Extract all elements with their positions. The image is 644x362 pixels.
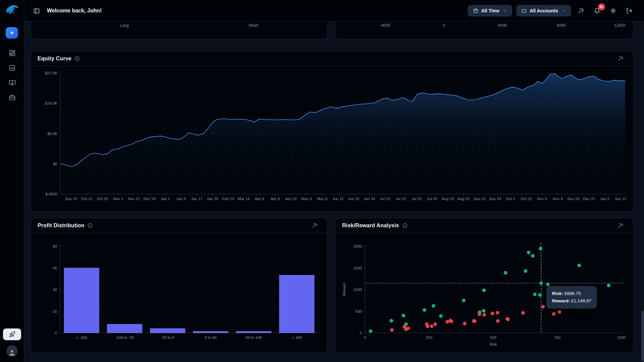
axis-label: -4000 bbox=[380, 23, 390, 28]
axis-label: 0 bbox=[443, 23, 445, 28]
time-filter-button[interactable]: All Time bbox=[468, 5, 512, 16]
svg-text:Sep 24: Sep 24 bbox=[489, 197, 501, 201]
svg-text:Oct 22: Oct 22 bbox=[521, 197, 532, 201]
ai-analyze-button[interactable] bbox=[614, 53, 627, 65]
svg-text:Aug 22: Aug 22 bbox=[458, 197, 470, 201]
info-icon[interactable] bbox=[402, 223, 408, 228]
svg-text:-100 to -50: -100 to -50 bbox=[115, 336, 134, 340]
svg-text:Feb 23: Feb 23 bbox=[222, 197, 234, 201]
quick-start-rocket-button[interactable] bbox=[3, 328, 21, 340]
welcome-message: Welcome back, John! bbox=[47, 8, 102, 14]
wand-sparkles-icon bbox=[312, 223, 318, 229]
topbar: Welcome back, John! All Time All Account… bbox=[24, 0, 644, 21]
svg-text:60: 60 bbox=[53, 244, 57, 248]
scrollbar[interactable] bbox=[641, 310, 644, 361]
axis-label: Short bbox=[249, 23, 258, 28]
risk-reward-card: Risk/Reward Analysis 0500100015002000025… bbox=[335, 218, 634, 353]
svg-text:Nov 9: Nov 9 bbox=[553, 197, 563, 201]
account-filter-button[interactable]: All Accounts bbox=[516, 5, 571, 16]
svg-text:0: 0 bbox=[360, 331, 362, 335]
user-icon bbox=[8, 349, 16, 357]
app-logo-bull[interactable] bbox=[4, 3, 20, 18]
svg-text:Jun 24: Jun 24 bbox=[364, 197, 375, 201]
svg-text:Jan 9: Jan 9 bbox=[176, 197, 186, 201]
svg-text:500: 500 bbox=[356, 309, 362, 313]
svg-text:Nov 20: Nov 20 bbox=[567, 197, 579, 201]
svg-text:Jan 2: Jan 2 bbox=[161, 197, 170, 201]
scatter-tooltip: Risk: £686.75 Reward: £1,149.97 bbox=[547, 286, 597, 308]
sidebar-toggle-button[interactable] bbox=[32, 6, 42, 16]
svg-text:0: 0 bbox=[55, 331, 57, 335]
svg-text:Dec 21: Dec 21 bbox=[583, 197, 595, 201]
notification-badge: 9+ bbox=[598, 3, 605, 10]
svg-text:Jun 11: Jun 11 bbox=[332, 197, 344, 201]
profit-distribution-header: Profit Distribution bbox=[31, 218, 327, 233]
svg-text:Jul 15: Jul 15 bbox=[395, 197, 406, 201]
svg-text:Oct 25: Oct 25 bbox=[97, 197, 108, 201]
svg-text:Reward: Reward bbox=[342, 283, 346, 296]
svg-text:1000: 1000 bbox=[617, 336, 626, 340]
svg-text:15: 15 bbox=[53, 309, 57, 313]
sidebar-item-dashboard[interactable] bbox=[5, 46, 19, 60]
equity-chart[interactable]: Sep 10Oct 11Oct 25Nov 1Nov 21Dec 19Jan 2… bbox=[31, 66, 633, 212]
add-trade-button[interactable]: + bbox=[6, 27, 18, 39]
sidebar-item-portfolio[interactable] bbox=[5, 90, 19, 104]
svg-text:$-9000: $-9000 bbox=[45, 192, 57, 196]
svg-text:Jul 25: Jul 25 bbox=[411, 197, 422, 201]
book-open-icon bbox=[9, 79, 16, 86]
svg-text:May 8: May 8 bbox=[317, 197, 327, 201]
panel-left-icon bbox=[33, 7, 40, 14]
svg-text:Dec 19: Dec 19 bbox=[144, 197, 156, 201]
chevron-down-icon bbox=[561, 8, 566, 13]
user-avatar[interactable] bbox=[6, 345, 18, 357]
tooltip-reward-row: Reward: £1,149.97 bbox=[552, 297, 591, 305]
ai-analyze-button[interactable] bbox=[614, 220, 627, 232]
risk-reward-header: Risk/Reward Analysis bbox=[335, 218, 633, 233]
briefcase-icon bbox=[9, 94, 16, 101]
info-icon[interactable] bbox=[74, 56, 80, 61]
account-filter-label: All Accounts bbox=[530, 8, 558, 13]
svg-text:2000: 2000 bbox=[353, 244, 362, 248]
sidebar-item-analytics[interactable] bbox=[5, 61, 19, 74]
axis-label: Long bbox=[120, 23, 129, 28]
svg-text:< -100: < -100 bbox=[76, 336, 87, 340]
wand-sparkles-icon bbox=[618, 56, 624, 62]
svg-text:Jan 5: Jan 5 bbox=[600, 197, 609, 201]
topbar-actions: All Time All Accounts 9+ bbox=[468, 5, 635, 17]
long-short-card-cutoff: LongShort bbox=[31, 21, 328, 39]
svg-text:0 to 50: 0 to 50 bbox=[205, 336, 217, 340]
profit-distribution-title: Profit Distribution bbox=[38, 223, 85, 229]
sidebar-item-journal[interactable] bbox=[5, 76, 19, 89]
equity-curve-header: Equity Curve bbox=[31, 51, 633, 66]
settings-button[interactable] bbox=[607, 5, 619, 17]
svg-text:1000: 1000 bbox=[353, 288, 362, 292]
svg-text:30: 30 bbox=[53, 288, 57, 292]
value-axis-card-cutoff: -400004000800012000 bbox=[335, 21, 634, 39]
layout-dashboard-icon bbox=[9, 50, 16, 57]
logout-icon bbox=[626, 7, 633, 14]
info-icon[interactable] bbox=[88, 223, 93, 228]
svg-text:Apr 6: Apr 6 bbox=[255, 197, 264, 201]
chevron-down-icon bbox=[502, 8, 507, 13]
notifications-button[interactable]: 9+ bbox=[591, 5, 603, 17]
svg-text:45: 45 bbox=[53, 266, 57, 270]
profit-distribution-card: Profit Distribution 015304560< -100-100 … bbox=[31, 218, 328, 353]
svg-text:0: 0 bbox=[364, 336, 366, 340]
axis-label: 8000 bbox=[557, 23, 566, 28]
calendar-icon bbox=[473, 8, 478, 13]
wand-sparkles-icon bbox=[618, 223, 624, 229]
gear-icon bbox=[610, 7, 616, 14]
svg-text:Jul 26: Jul 26 bbox=[427, 197, 437, 201]
svg-text:Sep 13: Sep 13 bbox=[473, 197, 485, 201]
profit-distribution-chart[interactable]: 015304560< -100-100 to -50-50 to 00 to 5… bbox=[31, 233, 327, 352]
svg-text:Nov 21: Nov 21 bbox=[128, 197, 140, 201]
svg-text:Risk: Risk bbox=[489, 342, 497, 346]
ai-analyze-button[interactable] bbox=[309, 220, 321, 232]
logout-button[interactable] bbox=[623, 5, 635, 17]
svg-text:Oct 11: Oct 11 bbox=[81, 197, 92, 201]
svg-text:Nov 5: Nov 5 bbox=[537, 197, 547, 201]
ai-insights-button[interactable] bbox=[575, 5, 587, 17]
svg-text:> 100: > 100 bbox=[292, 336, 302, 340]
sidebar-nav bbox=[0, 46, 24, 104]
svg-text:500: 500 bbox=[490, 336, 496, 340]
